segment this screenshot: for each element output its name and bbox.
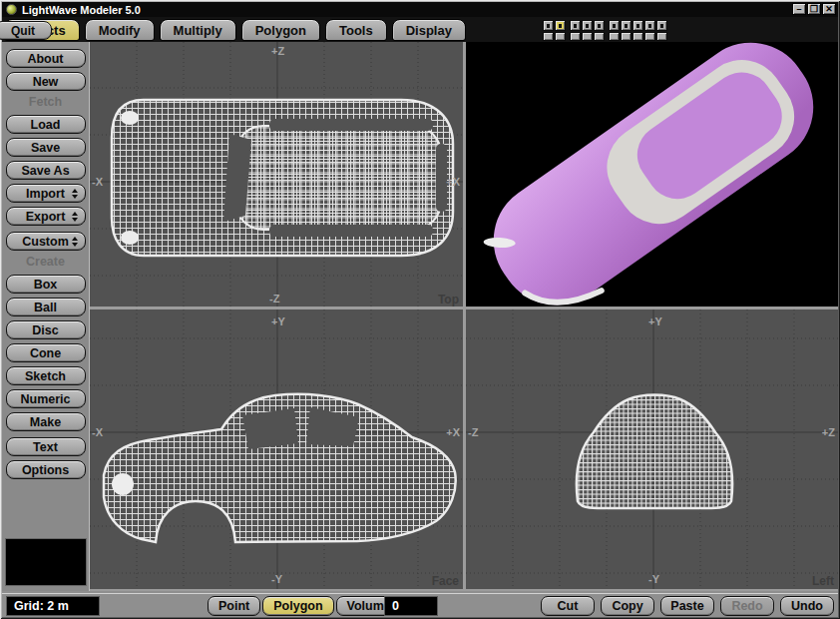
up-down-arrows-icon: [72, 237, 78, 247]
face-view-canvas: +Y -X +X -Y Face: [90, 310, 463, 589]
make-button[interactable]: Make: [6, 412, 86, 431]
disc-button[interactable]: Disc: [6, 320, 86, 339]
lightwave-modeler-window: LightWave Modeler 5.0 – ❐ ✕ Objects Modi…: [0, 0, 840, 619]
numeric-button[interactable]: Numeric: [6, 389, 86, 408]
axis-label: -Z: [468, 426, 479, 438]
axis-label: -X: [92, 176, 104, 188]
ball-button[interactable]: Ball: [6, 298, 86, 316]
import-dropdown[interactable]: Import: [6, 184, 86, 203]
custom-label: Custom: [22, 235, 69, 249]
save-button[interactable]: Save: [6, 138, 86, 157]
viewport-corner-label: Face: [432, 574, 460, 588]
object-slot-8[interactable]: [632, 20, 643, 41]
viewport-preview[interactable]: [466, 42, 838, 307]
menu-tab-bar: Objects Modify Multiply Polygon Tools Di…: [2, 17, 838, 42]
tab-polygon[interactable]: Polygon: [241, 19, 320, 41]
axis-label: +X: [446, 176, 460, 188]
about-button[interactable]: About: [6, 49, 86, 68]
export-label: Export: [26, 210, 66, 224]
axis-label: -X: [92, 426, 104, 438]
viewport-left[interactable]: +Y -Z +Z -Y Left: [466, 310, 838, 589]
tab-tools[interactable]: Tools: [325, 19, 387, 41]
tab-display[interactable]: Display: [392, 19, 466, 41]
text-button[interactable]: Text: [6, 437, 86, 456]
axis-label: +Z: [822, 426, 835, 438]
new-button[interactable]: New: [6, 72, 86, 91]
viewport-corner-label: Top: [438, 293, 459, 307]
sidebar: About New Fetch Load Save Save As Import…: [2, 42, 90, 591]
app-icon: [6, 4, 17, 15]
load-button[interactable]: Load: [6, 115, 86, 134]
object-slot-7[interactable]: [621, 20, 631, 41]
axis-label: +Z: [271, 45, 284, 57]
car-wireframe-top-view: [112, 100, 453, 256]
save-as-button[interactable]: Save As: [6, 161, 86, 180]
close-button[interactable]: ✕: [822, 3, 836, 15]
object-slot-10[interactable]: [656, 20, 667, 41]
object-slot-4[interactable]: [582, 20, 593, 41]
object-slot-3[interactable]: [570, 20, 581, 41]
axis-label: -Y: [648, 573, 660, 585]
copy-button[interactable]: Copy: [601, 596, 654, 616]
tab-modify[interactable]: Modify: [85, 19, 155, 41]
edit-button-group: Cut Copy Paste Redo Undo: [541, 596, 834, 616]
title-bar[interactable]: LightWave Modeler 5.0 – ❐ ✕: [2, 2, 838, 17]
car-wireframe-side-view: [104, 394, 456, 542]
axis-label: -Y: [271, 573, 283, 585]
point-mode-button[interactable]: Point: [208, 596, 260, 616]
selection-mode-group: Point Polygon Volume: [208, 596, 402, 616]
car-wireframe-rear-view: [577, 395, 732, 509]
window-title: LightWave Modeler 5.0: [22, 4, 141, 16]
object-slot-9[interactable]: [644, 20, 655, 41]
object-slot-bank: [543, 20, 668, 41]
axis-label: +Y: [648, 315, 662, 327]
status-bar: Grid: 2 m Point Polygon Volume 0 Cut Cop…: [2, 593, 838, 617]
axis-label: -Z: [269, 293, 280, 305]
up-down-arrows-icon: [72, 212, 78, 222]
fetch-label-disabled: Fetch: [6, 95, 86, 110]
surface-preview-swatch: [5, 538, 87, 586]
viewport-top[interactable]: +Z -X +X -Z Top: [90, 42, 463, 307]
maximize-button[interactable]: ❐: [807, 3, 821, 15]
minimize-button[interactable]: –: [792, 3, 806, 15]
object-slot-5[interactable]: [594, 20, 605, 41]
object-slot-2[interactable]: [555, 20, 566, 41]
top-view-canvas: +Z -X +X -Z Top: [90, 42, 463, 307]
create-label-disabled: Create: [6, 255, 86, 270]
up-down-arrows-icon: [72, 189, 78, 199]
cut-button[interactable]: Cut: [541, 596, 595, 616]
paste-button[interactable]: Paste: [660, 596, 714, 616]
viewport-corner-label: Left: [812, 574, 834, 588]
box-button[interactable]: Box: [6, 275, 86, 294]
viewport-face[interactable]: +Y -X +X -Y Face: [90, 310, 463, 589]
window-controls: – ❐ ✕: [792, 3, 836, 15]
sketch-button[interactable]: Sketch: [6, 366, 86, 385]
redo-button-disabled: Redo: [720, 596, 774, 616]
axis-label: +X: [446, 426, 460, 438]
selection-count-field[interactable]: 0: [384, 596, 438, 616]
viewport-grid: +Z -X +X -Z Top: [90, 42, 838, 591]
object-slot-6[interactable]: [609, 20, 620, 41]
options-button[interactable]: Options: [6, 460, 86, 479]
polygon-mode-button[interactable]: Polygon: [262, 596, 333, 616]
quit-button[interactable]: Quit: [0, 21, 52, 40]
export-dropdown[interactable]: Export: [6, 207, 86, 226]
cone-button[interactable]: Cone: [6, 343, 86, 362]
grid-size-display: Grid: 2 m: [6, 596, 100, 616]
object-slot-1[interactable]: [543, 20, 554, 41]
axis-label: +Y: [271, 315, 285, 327]
import-label: Import: [26, 187, 65, 201]
shaded-car-model: [470, 42, 838, 307]
tab-multiply[interactable]: Multiply: [160, 19, 236, 41]
custom-dropdown[interactable]: Custom: [6, 232, 86, 251]
undo-button[interactable]: Undo: [780, 596, 834, 616]
left-view-canvas: +Y -Z +Z -Y Left: [466, 310, 838, 589]
preview-canvas: [466, 42, 838, 307]
